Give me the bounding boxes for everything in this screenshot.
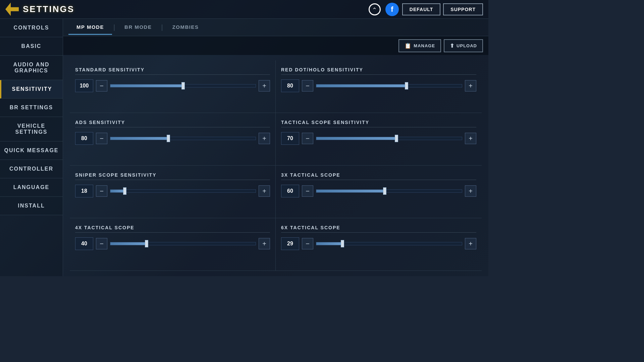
tab-divider-2: | (161, 23, 163, 31)
slider-thumb-sniper-scope[interactable] (123, 187, 126, 195)
upload-label: UPLOAD (457, 43, 477, 48)
value-box-4x-tactical: 40 (75, 237, 93, 250)
setting-block-4x-tactical: 4x TACTICAL SCOPE 40 − + (70, 218, 276, 271)
slider-row-3x-tactical: 60 − + (281, 185, 476, 197)
main-layout: CONTROLS BASIC AUDIO AND GRAPHICS SENSIT… (0, 19, 488, 276)
back-button[interactable] (5, 3, 19, 16)
setting-label-standard-sensitivity: STANDARD SENSITIVITY (75, 67, 270, 75)
slider-track-ads-sensitivity[interactable] (110, 137, 256, 140)
setting-label-tactical-scope: TACTICAL SCOPE SENSITIVITY (281, 120, 476, 127)
sidebar-item-install[interactable]: INSTALL (0, 197, 63, 215)
upload-button[interactable]: ⬆ UPLOAD (444, 39, 483, 52)
plus-btn-6x-tactical[interactable]: + (465, 238, 476, 249)
slider-thumb-tactical-scope[interactable] (395, 135, 398, 142)
tab-br-mode[interactable]: BR MODE (116, 20, 160, 35)
setting-block-6x-tactical: 6X TACTICAL SCOPE 29 − + (276, 218, 482, 271)
plus-btn-ads-sensitivity[interactable]: + (259, 133, 270, 144)
slider-fill-4x-tactical (110, 242, 147, 245)
slider-track-red-dot-holo[interactable] (316, 84, 462, 87)
upload-icon: ⬆ (450, 43, 454, 49)
settings-grid: STANDARD SENSITIVITY 100 − + RED DOT/HOL… (63, 55, 488, 276)
setting-label-red-dot-holo: RED DOT/HOLO SENSITIVITY (281, 67, 476, 75)
setting-label-sniper-scope: SNIPER SCOPE SENSITIVITY (75, 172, 270, 180)
setting-block-red-dot-holo: RED DOT/HOLO SENSITIVITY 80 − + (276, 60, 482, 113)
facebook-logo: f (385, 3, 399, 16)
slider-row-ads-sensitivity: 80 − + (75, 132, 270, 145)
app-container: SETTINGS f DEFAULT SUPPORT CONTROLS BASI… (0, 0, 488, 276)
default-button[interactable]: DEFAULT (402, 3, 441, 15)
slider-fill-3x-tactical (316, 190, 385, 192)
sidebar-item-vehicle-settings[interactable]: VEHICLE SETTINGS (0, 117, 63, 141)
minus-btn-ads-sensitivity[interactable]: − (96, 133, 107, 144)
slider-thumb-red-dot-holo[interactable] (405, 82, 408, 89)
sidebar-item-quick-message[interactable]: QUICK MESSAGE (0, 141, 63, 160)
plus-btn-sniper-scope[interactable]: + (259, 185, 270, 197)
slider-track-tactical-scope[interactable] (316, 137, 462, 140)
value-box-6x-tactical: 29 (281, 237, 299, 250)
minus-btn-standard-sensitivity[interactable]: − (96, 80, 107, 92)
slider-thumb-standard-sensitivity[interactable] (181, 82, 185, 89)
facebook-icon[interactable]: f (385, 2, 399, 17)
value-box-ads-sensitivity: 80 (75, 132, 93, 145)
header: SETTINGS f DEFAULT SUPPORT (0, 0, 488, 19)
minus-btn-3x-tactical[interactable]: − (302, 185, 313, 197)
plus-btn-3x-tactical[interactable]: + (465, 185, 476, 197)
value-box-red-dot-holo: 80 (281, 79, 299, 92)
slider-track-sniper-scope[interactable] (110, 189, 256, 193)
tab-mp-mode[interactable]: MP MODE (68, 20, 112, 35)
manage-button[interactable]: 📋 MANAGE (398, 39, 441, 52)
sidebar: CONTROLS BASIC AUDIO AND GRAPHICS SENSIT… (0, 19, 63, 276)
slider-thumb-6x-tactical[interactable] (341, 240, 344, 247)
slider-track-3x-tactical[interactable] (316, 189, 462, 193)
slider-thumb-4x-tactical[interactable] (145, 240, 148, 247)
setting-block-3x-tactical: 3x TACTICAL SCOPE 60 − + (276, 166, 482, 218)
slider-track-standard-sensitivity[interactable] (110, 84, 256, 87)
sidebar-item-controls[interactable]: CONTROLS (0, 19, 63, 37)
manage-icon: 📋 (405, 43, 412, 49)
toolbar: 📋 MANAGE ⬆ UPLOAD (63, 36, 488, 55)
slider-row-6x-tactical: 29 − + (281, 237, 476, 250)
setting-block-standard-sensitivity: STANDARD SENSITIVITY 100 − + (70, 60, 276, 113)
slider-thumb-ads-sensitivity[interactable] (167, 135, 170, 142)
minus-btn-6x-tactical[interactable]: − (302, 238, 313, 249)
content-area: MP MODE | BR MODE | ZOMBIES 📋 MANAGE ⬆ U… (63, 19, 488, 276)
plus-btn-tactical-scope[interactable]: + (465, 133, 476, 144)
sidebar-item-basic[interactable]: BASIC (0, 37, 63, 56)
plus-btn-red-dot-holo[interactable]: + (465, 80, 476, 92)
slider-track-4x-tactical[interactable] (110, 242, 256, 245)
header-right: f DEFAULT SUPPORT (367, 2, 483, 17)
sidebar-item-audio-graphics[interactable]: AUDIO AND GRAPHICS (0, 56, 63, 80)
activision-icon[interactable] (367, 2, 382, 17)
slider-track-6x-tactical[interactable] (316, 242, 462, 245)
plus-btn-4x-tactical[interactable]: + (259, 238, 270, 249)
minus-btn-red-dot-holo[interactable]: − (302, 80, 313, 92)
plus-btn-standard-sensitivity[interactable]: + (259, 80, 270, 92)
slider-fill-sniper-scope (110, 190, 125, 192)
slider-thumb-3x-tactical[interactable] (383, 187, 386, 195)
value-box-tactical-scope: 70 (281, 132, 299, 145)
sidebar-item-sensitivity[interactable]: SENSITIVITY (0, 80, 63, 99)
slider-fill-red-dot-holo (316, 84, 407, 87)
minus-btn-tactical-scope[interactable]: − (302, 133, 313, 144)
slider-row-red-dot-holo: 80 − + (281, 79, 476, 92)
sidebar-item-controller[interactable]: CONTROLLER (0, 160, 63, 178)
slider-fill-tactical-scope (316, 137, 396, 140)
setting-label-3x-tactical: 3x TACTICAL SCOPE (281, 172, 476, 180)
minus-btn-sniper-scope[interactable]: − (96, 185, 107, 197)
setting-label-4x-tactical: 4x TACTICAL SCOPE (75, 225, 270, 233)
header-left: SETTINGS (5, 3, 74, 16)
manage-label: MANAGE (414, 43, 435, 48)
sidebar-item-br-settings[interactable]: BR SETTINGS (0, 99, 63, 117)
slider-row-standard-sensitivity: 100 − + (75, 79, 270, 92)
tab-zombies[interactable]: ZOMBIES (164, 20, 207, 35)
mode-tabs: MP MODE | BR MODE | ZOMBIES (63, 19, 488, 36)
value-box-3x-tactical: 60 (281, 185, 299, 197)
page-title: SETTINGS (23, 4, 74, 14)
sidebar-item-language[interactable]: LANGUAGE (0, 178, 63, 197)
slider-row-4x-tactical: 40 − + (75, 237, 270, 250)
minus-btn-4x-tactical[interactable]: − (96, 238, 107, 249)
slider-fill-6x-tactical (316, 242, 342, 245)
setting-block-tactical-scope: TACTICAL SCOPE SENSITIVITY 70 − + (276, 113, 482, 166)
value-box-standard-sensitivity: 100 (75, 79, 93, 92)
support-button[interactable]: SUPPORT (443, 3, 483, 15)
